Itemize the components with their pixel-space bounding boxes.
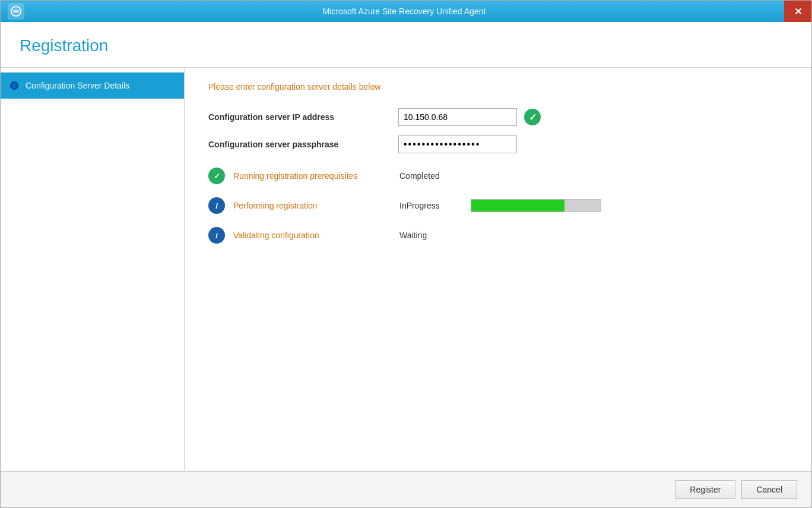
passphrase-input[interactable] (398, 135, 517, 153)
info-symbol-2: i (215, 231, 218, 240)
page-title: Registration (20, 36, 792, 55)
status-row-validation: i Validating configuration Waiting (208, 227, 788, 244)
header-section: Registration (1, 22, 811, 68)
window-title: Microsoft Azure Site Recovery Unified Ag… (24, 7, 784, 16)
main-body: Configuration Server Details Please ente… (1, 68, 811, 471)
passphrase-label: Configuration server passphrase (208, 140, 398, 149)
registration-label: Performing registration (233, 201, 399, 210)
footer-section: Register Cancel (1, 471, 811, 507)
ip-check-icon: ✓ (524, 109, 541, 125)
info-symbol: i (215, 201, 218, 210)
ip-address-row: Configuration server IP address ✓ (208, 108, 788, 126)
instruction-text: Please enter configuration server detail… (208, 82, 788, 91)
main-content: Please enter configuration server detail… (185, 68, 811, 471)
sidebar-dot-icon (10, 81, 18, 90)
sidebar: Configuration Server Details (1, 68, 185, 471)
cancel-button[interactable]: Cancel (741, 480, 797, 499)
sidebar-item-label: Configuration Server Details (26, 81, 129, 90)
checkmark-icon: ✓ (214, 172, 220, 181)
content-area: Registration Configuration Server Detail… (1, 22, 811, 507)
status-row-prerequisites: ✓ Running registration prerequisites Com… (208, 168, 788, 184)
main-window: Microsoft Azure Site Recovery Unified Ag… (0, 0, 812, 508)
completed-icon: ✓ (208, 168, 225, 184)
register-button[interactable]: Register (675, 480, 735, 499)
status-row-registration: i Performing registration InProgress (208, 197, 788, 214)
passphrase-row: Configuration server passphrase (208, 135, 788, 153)
validation-label: Validating configuration (233, 231, 399, 240)
info-icon-validation: i (208, 227, 225, 244)
validation-value: Waiting (399, 231, 471, 240)
registration-value: InProgress (399, 201, 471, 210)
app-logo (8, 3, 24, 20)
close-button[interactable]: ✕ (784, 1, 811, 22)
ip-address-label: Configuration server IP address (208, 112, 398, 122)
title-bar: Microsoft Azure Site Recovery Unified Ag… (1, 1, 811, 22)
progress-bar-fill (471, 200, 564, 212)
ip-address-input[interactable] (398, 108, 517, 126)
status-section: ✓ Running registration prerequisites Com… (208, 168, 788, 244)
info-icon-registration: i (208, 197, 225, 214)
prerequisites-value: Completed (399, 171, 471, 181)
form-section: Configuration server IP address ✓ Config… (208, 108, 788, 153)
prerequisites-label: Running registration prerequisites (233, 171, 399, 181)
progress-bar (471, 199, 601, 212)
sidebar-item-configuration-server-details[interactable]: Configuration Server Details (1, 72, 184, 99)
checkmark-icon: ✓ (529, 112, 537, 123)
